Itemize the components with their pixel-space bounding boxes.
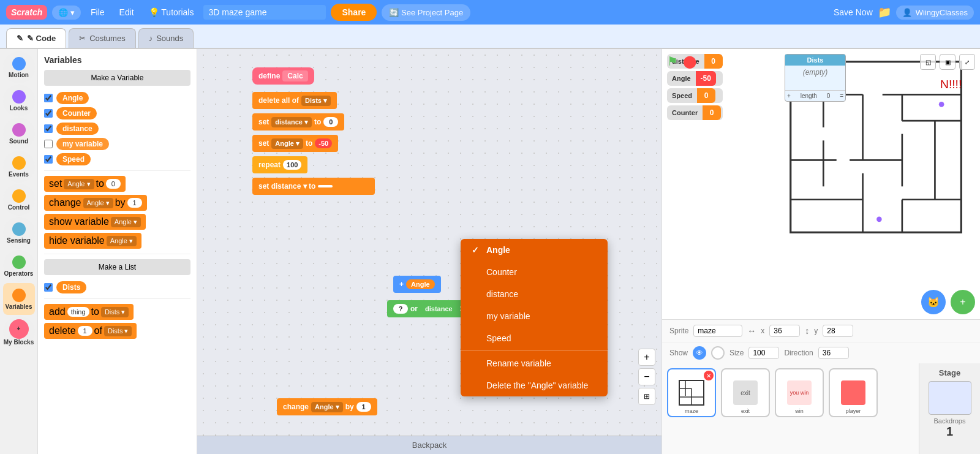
counter-pill[interactable]: Counter: [56, 107, 97, 119]
sprite-thumb-exit[interactable]: exit exit: [721, 368, 770, 417]
change-angle-block[interactable]: change Angle ▾ by 1: [44, 195, 147, 211]
category-events[interactable]: Events: [3, 151, 35, 183]
show-var-dropdown[interactable]: Angle ▾: [111, 217, 141, 227]
tab-costumes[interactable]: ✂ Costumes: [69, 28, 136, 48]
large-stage-button[interactable]: ▣: [940, 54, 956, 70]
tab-code[interactable]: ✎ ✎ Code: [6, 28, 66, 48]
show-var-block[interactable]: show variable Angle ▾: [44, 214, 146, 230]
delete-dists-dropdown[interactable]: Dists ▾: [301, 96, 331, 106]
angle-change-dropdown[interactable]: Angle ▾: [311, 402, 343, 412]
stage-thumbnail[interactable]: [929, 381, 971, 415]
delete-list-dropdown[interactable]: Dists ▾: [104, 326, 132, 336]
set-distance-partial-block[interactable]: set distance ▾ to: [252, 178, 375, 195]
edit-menu-button[interactable]: Edit: [115, 5, 139, 20]
set-angle-block[interactable]: set Angle ▾ to 0: [44, 176, 126, 192]
angle-pill-ws[interactable]: Angle: [406, 279, 435, 289]
red-stop-button[interactable]: ⬤: [683, 54, 696, 69]
distance-value-input[interactable]: 0: [323, 117, 338, 127]
backpack-bar[interactable]: Backpack: [197, 436, 662, 454]
category-my-blocks[interactable]: + My Blocks: [3, 316, 35, 348]
zoom-out-button[interactable]: −: [638, 368, 655, 385]
tab-sounds[interactable]: ♪ Sounds: [138, 28, 194, 48]
save-now-button[interactable]: Save Now: [834, 7, 873, 17]
category-sound[interactable]: Sound: [3, 118, 35, 149]
folder-icon-button[interactable]: 📁: [878, 6, 891, 19]
show-button[interactable]: 👁: [693, 346, 706, 360]
change-angle-dropdown[interactable]: Angle ▾: [83, 198, 113, 208]
zoom-reset-button[interactable]: ⊞: [638, 388, 655, 405]
green-flag-button[interactable]: ⚑: [667, 54, 678, 69]
plus-add-icon[interactable]: +: [787, 93, 791, 99]
my-variable-pill[interactable]: my variable: [56, 138, 109, 150]
angle-checkbox[interactable]: [44, 94, 53, 102]
delete-item-field[interactable]: 1: [78, 326, 92, 336]
category-looks[interactable]: Looks: [3, 85, 35, 116]
change-value-field[interactable]: 1: [127, 198, 142, 208]
angle-plus-ws-block[interactable]: + Angle: [393, 276, 441, 293]
context-item-delete[interactable]: Delete the "Angle" variable: [461, 374, 608, 396]
category-variables[interactable]: Variables: [3, 283, 35, 315]
repeat-value-input[interactable]: 100: [283, 160, 301, 170]
project-name-input[interactable]: [203, 5, 326, 20]
delete-list-block[interactable]: delete 1 of Dists ▾: [44, 323, 137, 339]
category-control[interactable]: Control: [3, 184, 35, 216]
speed-pill[interactable]: Speed: [56, 153, 91, 165]
category-motion[interactable]: Motion: [3, 51, 35, 83]
change-by-input[interactable]: 1: [356, 402, 371, 412]
tutorials-button[interactable]: 💡 Tutorials: [144, 5, 199, 20]
category-sensing[interactable]: Sensing: [3, 217, 35, 249]
make-variable-button[interactable]: Make a Variable: [44, 70, 190, 86]
counter-checkbox[interactable]: [44, 109, 53, 118]
angle-pill[interactable]: Angle: [56, 92, 89, 104]
sprite-thumb-win[interactable]: you win win: [775, 368, 824, 417]
set-value-field[interactable]: 0: [106, 179, 121, 189]
speed-checkbox[interactable]: [44, 155, 53, 164]
distance-pill-ws[interactable]: distance: [420, 304, 458, 314]
context-item-speed[interactable]: Speed: [461, 327, 608, 349]
dists-pill[interactable]: Dists: [56, 281, 86, 293]
set-distance-block[interactable]: set distance ▾ to 0: [252, 113, 344, 131]
small-stage-button[interactable]: ◱: [920, 54, 936, 70]
context-item-rename[interactable]: Rename variable: [461, 352, 608, 374]
size-input[interactable]: [748, 347, 779, 359]
context-item-my-variable[interactable]: my variable: [461, 305, 608, 327]
sprite-thumb-player[interactable]: player: [829, 368, 878, 417]
distance-checkbox[interactable]: [44, 124, 53, 133]
see-project-page-button[interactable]: 🔄 See Project Page: [382, 4, 470, 21]
delete-maze-button[interactable]: ✕: [704, 371, 714, 380]
context-item-distance[interactable]: distance: [461, 283, 608, 305]
fullscreen-button[interactable]: ⤢: [959, 54, 975, 70]
add-sprite-button[interactable]: 🐱: [921, 290, 946, 314]
add-backdrop-button[interactable]: +: [951, 290, 975, 314]
distance-pill[interactable]: distance: [56, 123, 99, 135]
make-list-button[interactable]: Make a List: [44, 259, 190, 275]
y-input[interactable]: [823, 325, 853, 337]
context-item-counter[interactable]: Counter: [461, 261, 608, 283]
my-variable-checkbox[interactable]: [44, 140, 53, 148]
angle-value-input[interactable]: -50: [315, 138, 332, 148]
angle-dropdown[interactable]: Angle ▾: [64, 179, 94, 189]
hide-var-dropdown[interactable]: Angle ▾: [107, 236, 137, 246]
condition-left[interactable]: ?: [393, 304, 408, 314]
sprite-name-input[interactable]: [693, 325, 742, 337]
add-to-list-block[interactable]: add thing to Dists ▾: [44, 304, 134, 320]
add-item-field[interactable]: thing: [67, 307, 89, 317]
hide-var-block[interactable]: hide variable Angle ▾: [44, 233, 141, 249]
file-menu-button[interactable]: File: [86, 5, 110, 20]
add-list-dropdown[interactable]: Dists ▾: [101, 307, 129, 317]
set-angle-ws-block[interactable]: set Angle ▾ to -50: [252, 135, 338, 152]
dists-checkbox[interactable]: [44, 283, 53, 292]
zoom-in-button[interactable]: +: [638, 349, 655, 366]
globe-button[interactable]: 🌐 ▾: [52, 6, 81, 20]
direction-input[interactable]: [818, 347, 849, 359]
define-calc-block[interactable]: define Calc: [252, 67, 314, 85]
change-angle-ws-block[interactable]: change Angle ▾ by 1: [277, 398, 377, 415]
sprite-thumb-maze[interactable]: ✕ maze: [667, 368, 716, 417]
x-input[interactable]: [769, 325, 800, 337]
context-item-angle[interactable]: ✓ Angle: [461, 239, 608, 261]
delete-all-block[interactable]: delete all of Dists ▾: [252, 92, 337, 109]
angle-var-dropdown2[interactable]: Angle ▾: [271, 138, 303, 149]
repeat-block[interactable]: repeat 100: [252, 156, 307, 173]
category-operators[interactable]: Operators: [3, 250, 35, 282]
hide-button[interactable]: [711, 346, 725, 360]
